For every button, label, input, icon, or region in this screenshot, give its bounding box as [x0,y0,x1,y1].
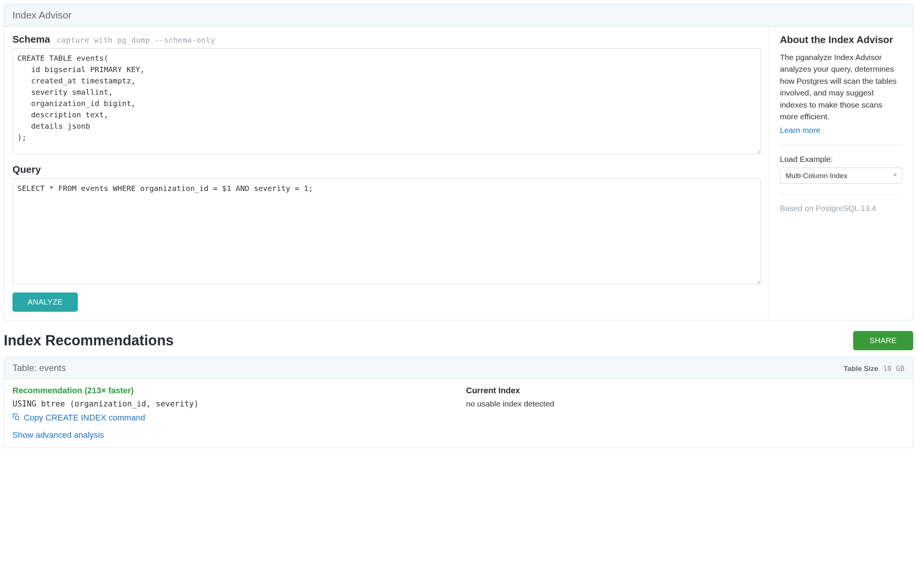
table-size-label: Table Size [844,365,878,373]
recommendation-left: Recommendation (213× faster) USING btree… [13,386,451,423]
table-size-value: 10 GB [883,364,904,373]
table-name: Table: events [13,363,66,373]
recommendations-title: Index Recommendations [4,333,174,349]
copy-command-text: Copy CREATE INDEX command [24,413,145,423]
show-advanced-link[interactable]: Show advanced analysis [13,430,104,440]
current-index-value: no usable index detected [466,399,904,408]
about-text: The pganalyze Index Advisor analyzes you… [780,51,902,123]
copy-icon [13,413,20,422]
recommendation-panel: Table: events Table Size 10 GB Recommend… [4,357,913,448]
table-size: Table Size 10 GB [844,364,904,373]
analyze-button[interactable]: ANALYZE [13,292,78,312]
sidebar: About the Index Advisor The pganalyze In… [770,27,913,320]
learn-more-link[interactable]: Learn more [780,126,820,134]
schema-hint: capture with pg_dump --schema-only [57,36,215,45]
load-example-select[interactable]: Multi-Column Index [780,168,902,184]
svg-rect-0 [16,416,19,420]
recommendation-columns: Recommendation (213× faster) USING btree… [13,386,904,423]
query-input[interactable] [13,179,761,284]
share-button[interactable]: SHARE [853,331,913,350]
show-advanced[interactable]: Show advanced analysis [13,430,904,440]
recommendation-right: Current Index no usable index detected [466,386,904,423]
load-example-select-wrap: Multi-Column Index [780,168,902,184]
copy-command[interactable]: Copy CREATE INDEX command [13,413,451,423]
schema-label: Schema capture with pg_dump --schema-onl… [13,34,761,45]
recommendation-value: USING btree (organization_id, severity) [13,399,451,408]
based-on-text: Based on PostgreSQL 13.4 [780,204,902,213]
advisor-panel: Index Advisor Schema capture with pg_dum… [4,4,913,320]
current-index-label: Current Index [466,386,904,396]
recommendation-label: Recommendation (213× faster) [13,386,451,396]
panel-body: Schema capture with pg_dump --schema-onl… [4,27,913,320]
query-label: Query [13,164,761,176]
panel-title: Index Advisor [4,4,913,27]
recommendations-header: Index Recommendations SHARE [4,331,913,350]
main-column: Schema capture with pg_dump --schema-onl… [4,27,770,320]
divider [780,194,902,194]
recommendation-body: Recommendation (213× faster) USING btree… [4,379,913,447]
recommendation-top: Table: events Table Size 10 GB [4,357,913,379]
schema-label-text: Schema [13,34,50,45]
load-example-label: Load Example: [780,155,902,164]
divider [780,145,902,145]
schema-input[interactable] [13,48,761,154]
about-title: About the Index Advisor [780,34,902,46]
